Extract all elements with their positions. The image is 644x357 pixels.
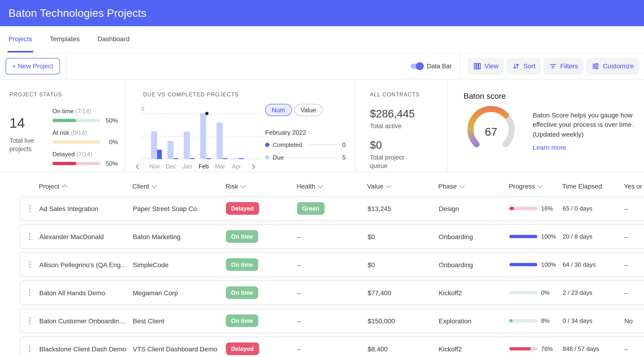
sort-button[interactable]: Sort (506, 58, 541, 74)
table-row[interactable]: Baton Customer Onboardin… Best Client On… (20, 308, 644, 333)
table-row[interactable]: Allison Pellegrino's (QA Engi… SimpleCod… (20, 252, 644, 277)
num-toggle[interactable]: Num (265, 104, 292, 116)
legend-dot-icon (265, 143, 270, 147)
month-label[interactable]: Nov (146, 163, 163, 170)
cell-health: – (297, 317, 368, 324)
cell-time-elapsed: 64 / 30 days (562, 261, 624, 268)
cell-yes-or: – (624, 261, 644, 268)
status-percent: 0% (104, 139, 118, 146)
column-header-label: Risk (226, 182, 238, 190)
table-row[interactable]: Blackstone Client Dash Demo VTS Client D… (20, 336, 644, 357)
due-bar[interactable] (151, 132, 157, 159)
column-header-value[interactable]: Value (367, 182, 438, 190)
month-label[interactable]: Feb (196, 163, 212, 170)
page-title: Baton Technologies Projects (8, 7, 146, 20)
month-label[interactable]: Apr (228, 163, 244, 170)
toolbar-buttons: View Sort Filters Customize (460, 53, 644, 79)
row-menu-icon[interactable] (20, 233, 39, 240)
bar-group (164, 113, 181, 159)
toolbar-button-label: View (484, 62, 498, 70)
due-bar[interactable] (216, 122, 222, 159)
chart-legend: Completed 0 Due 5 (265, 139, 346, 164)
row-menu-icon[interactable] (20, 289, 39, 296)
baton-score-value: 67 (465, 125, 517, 139)
filters-button[interactable]: Filters (543, 58, 584, 74)
table-row[interactable]: Baton All Hands Demo Megaman Corp On tim… (20, 280, 644, 305)
column-header-label: Yes or (624, 182, 642, 190)
legend-leader-line (288, 157, 338, 158)
sort-chevron-icon (152, 183, 157, 188)
cell-value: $8,400 (368, 345, 439, 352)
legend-item: Completed 0 (265, 139, 346, 151)
row-menu-icon[interactable] (20, 205, 39, 212)
due-bar[interactable] (184, 132, 190, 159)
cell-phase: Kickoff2 (439, 345, 509, 352)
chart-next-icon[interactable] (249, 163, 258, 170)
risk-badge: Delayed (226, 342, 259, 355)
completed-bar[interactable] (222, 158, 227, 159)
table-body: Ad Sales Integration Paper Street Soap C… (0, 196, 644, 357)
column-header-phase[interactable]: Phase (438, 182, 509, 190)
progress-track (509, 347, 537, 350)
summary-panels: PROJECT STATUS 14 Total live projects On… (0, 80, 644, 172)
cell-progress: 100% (509, 233, 562, 240)
view-button[interactable]: View (468, 58, 504, 74)
month-label[interactable]: Jan (179, 163, 196, 170)
table-row[interactable]: Ad Sales Integration Paper Street Soap C… (20, 196, 644, 221)
all-contracts-panel: ALL CONTRACTS $286,445 Total active $0 T… (355, 80, 447, 172)
column-header-yes-or[interactable]: Yes or (624, 182, 644, 190)
completed-bar[interactable] (157, 150, 162, 159)
column-header-label: Time Elapsed (562, 182, 602, 190)
completed-bar[interactable] (239, 158, 244, 159)
cell-value: $0 (368, 233, 439, 240)
legend-leader-line (306, 145, 338, 145)
toolbar-button-label: Filters (560, 62, 578, 70)
table-row[interactable]: Alexander MacDonald Baton Marketing On t… (20, 224, 644, 249)
learn-more-link[interactable]: Learn more (533, 144, 566, 151)
cell-time-elapsed: 0 / 34 days (562, 317, 624, 324)
contracts-title: ALL CONTRACTS (370, 92, 442, 97)
risk-badge: Delayed (226, 202, 259, 215)
value-toggle[interactable]: Value (294, 104, 323, 116)
due-bar[interactable] (233, 158, 239, 159)
column-header-client[interactable]: Client (132, 182, 226, 190)
new-project-button[interactable]: + New Project (6, 58, 60, 74)
status-bars: On time (7/14) 50% At risk (0/14) 0% Del… (52, 108, 118, 167)
cell-value: $0 (368, 261, 439, 268)
column-header-project[interactable]: Project (39, 182, 132, 190)
legend-value: 0 (342, 141, 346, 148)
column-header-label: Health (296, 182, 316, 190)
completed-bar[interactable] (174, 158, 178, 159)
status-percent: 50% (104, 160, 118, 167)
row-menu-icon[interactable] (20, 317, 39, 324)
cell-progress: 8% (509, 317, 562, 324)
tab-templates[interactable]: Templates (49, 26, 81, 52)
chart-prev-icon[interactable] (133, 163, 142, 170)
total-projects-count: 14 (9, 116, 52, 130)
cell-yes-or: No (624, 317, 644, 324)
cell-phase: Onboarding (439, 233, 509, 240)
completed-bar[interactable] (206, 158, 211, 159)
completed-bar[interactable] (190, 158, 194, 159)
columns-icon (473, 62, 481, 70)
column-header-health[interactable]: Health (296, 182, 367, 190)
status-progress-track (52, 119, 100, 122)
row-menu-icon[interactable] (20, 261, 39, 268)
row-menu-icon[interactable] (20, 345, 39, 352)
due-bar[interactable] (168, 141, 174, 159)
tab-projects[interactable]: Projects (8, 26, 33, 52)
data-bar-toggle[interactable] (410, 63, 422, 69)
tab-dashboard[interactable]: Dashboard (96, 26, 130, 52)
cell-project: Ad Sales Integration (39, 205, 133, 212)
month-label[interactable]: Dec (163, 163, 179, 170)
due-bar[interactable] (200, 113, 206, 159)
column-header-time-elapsed[interactable]: Time Elapsed (562, 182, 624, 190)
total-projects-label: Total live projects (9, 137, 42, 153)
due-chart-title: DUE VS COMPLETED PROJECTS (143, 92, 239, 97)
month-label[interactable]: Mar (212, 163, 228, 170)
cell-phase: Kickoff2 (439, 289, 509, 296)
column-header-progress[interactable]: Progress (509, 182, 562, 190)
column-header-risk[interactable]: Risk (226, 182, 296, 190)
progress-percent: 100% (541, 261, 556, 268)
customize-button[interactable]: Customize (586, 58, 639, 74)
